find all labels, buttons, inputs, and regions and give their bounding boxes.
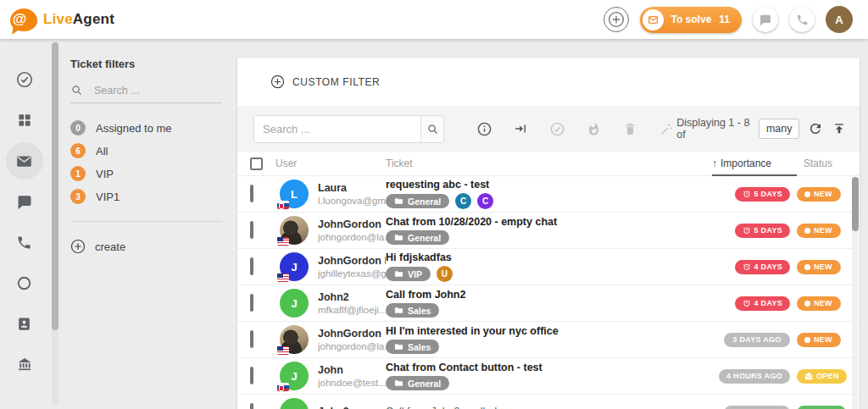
status-label: NEW xyxy=(814,190,832,198)
to-solve-count: 11 xyxy=(719,14,730,25)
create-filter-label: create xyxy=(95,240,125,253)
status-badge: OPEN xyxy=(797,369,847,384)
chat-bubble-icon xyxy=(759,13,772,26)
row-checkbox[interactable] xyxy=(250,185,253,202)
forward-to-bar-icon xyxy=(513,121,528,136)
nav-contacts-button[interactable] xyxy=(6,305,43,342)
ticket-subject[interactable]: Call from John2 xyxy=(386,289,712,301)
spam-button[interactable] xyxy=(583,119,604,139)
dot-icon xyxy=(804,301,810,307)
nav-status-button[interactable] xyxy=(6,264,43,301)
status-label: NEW xyxy=(814,263,832,271)
row-checkbox[interactable] xyxy=(250,330,253,348)
filter-item[interactable]: 1 VIP xyxy=(70,166,222,181)
importance-label: 5 DAYS xyxy=(754,226,783,235)
filters-scrollbar[interactable] xyxy=(48,39,62,409)
logo-at-glyph: @ xyxy=(13,11,27,28)
importance-label: 3 DAYS AGO xyxy=(732,335,781,344)
list-scrollbar[interactable] xyxy=(852,177,859,409)
user-email: johndoe@test.... xyxy=(318,378,386,388)
ticket-subject[interactable]: requesting abc - test xyxy=(386,179,712,191)
filter-item[interactable]: 0 Assigned to me xyxy=(70,120,222,135)
row-checkbox[interactable] xyxy=(250,294,253,312)
avatar: J xyxy=(280,252,309,281)
ticket-subject[interactable]: Chat from 10/28/2020 - empty chat xyxy=(386,216,712,228)
ticket-search-input[interactable] xyxy=(254,116,420,142)
add-new-button[interactable] xyxy=(604,7,629,32)
resolve-forward-button[interactable] xyxy=(510,119,531,139)
ticket-subject[interactable]: Chat from Contact button - test xyxy=(386,362,712,373)
ticket-row[interactable]: J JohnGordon Hi... jghilleytexas@g... Hi… xyxy=(237,249,860,285)
scrollbar-thumb[interactable] xyxy=(52,42,58,330)
search-submit-button[interactable] xyxy=(420,116,443,142)
refresh-button[interactable] xyxy=(807,119,823,138)
ticket-row[interactable]: JohnGordon johngordon@la... HI I'm inter… xyxy=(237,322,860,358)
info-button[interactable] xyxy=(474,119,494,139)
country-flag-icon xyxy=(277,201,289,209)
mark-done-button[interactable] xyxy=(547,119,567,139)
ticket-list-card: CUSTOM FILTER Displaying 1 - 8 of xyxy=(237,58,860,409)
ticket-row[interactable]: L Laura l.luongova@gm... requesting abc … xyxy=(237,176,860,213)
status-badge: NEW xyxy=(797,333,841,347)
table-header: User Ticket ↑Importance Status xyxy=(237,152,860,176)
select-all-checkbox[interactable] xyxy=(250,158,263,170)
open-envelope-icon xyxy=(804,372,813,380)
country-flag-icon xyxy=(277,274,289,282)
filter-list: 0 Assigned to me 6 All 1 VIP 3 VIP1 xyxy=(70,120,222,204)
user-avatar[interactable]: A xyxy=(826,6,853,33)
ticket-rows: L Laura l.luongova@gm... requesting abc … xyxy=(237,176,860,409)
ticket-row[interactable]: JohnGordon johngordon@la... Chat from 10… xyxy=(237,213,860,249)
custom-filter-button[interactable]: CUSTOM FILTER xyxy=(270,75,380,89)
department-badge: VIP xyxy=(386,267,431,281)
to-solve-button[interactable]: To solve 11 xyxy=(640,7,742,33)
scrollbar-thumb[interactable] xyxy=(852,177,859,231)
ticket-subject[interactable]: Call from John2 - called xyxy=(386,406,712,409)
ticket-subject[interactable]: Hi fdjskadfas xyxy=(386,251,712,263)
filter-item[interactable]: 6 All xyxy=(70,143,222,158)
department-label: VIP xyxy=(408,269,422,279)
ring-icon xyxy=(16,275,32,291)
calls-button[interactable] xyxy=(789,7,815,32)
nav-company-button[interactable] xyxy=(6,345,43,383)
ticket-row[interactable]: J John2 mfkaflf@jfioeji... Call from Joh… xyxy=(237,285,860,322)
count-button[interactable]: many xyxy=(759,119,800,139)
filter-item[interactable]: 3 VIP1 xyxy=(70,189,222,204)
scroll-top-button[interactable] xyxy=(832,119,848,138)
department-badge: General xyxy=(386,194,449,208)
filter-label: VIP1 xyxy=(96,191,120,203)
brand-agent: Agent xyxy=(73,11,114,27)
row-checkbox[interactable] xyxy=(250,367,253,384)
importance-label: 4 DAYS xyxy=(754,299,783,307)
column-user[interactable]: User xyxy=(275,152,386,175)
status-badge: NEW xyxy=(797,224,841,238)
row-checkbox[interactable] xyxy=(250,221,253,239)
liveagent-logo[interactable]: @ LiveAgent xyxy=(10,8,114,31)
department-label: Sales xyxy=(408,342,431,352)
row-checkbox[interactable] xyxy=(250,403,253,409)
column-ticket[interactable]: Ticket xyxy=(386,152,712,175)
folder-icon xyxy=(394,306,403,315)
chats-button[interactable] xyxy=(753,7,778,32)
create-filter-button[interactable]: create xyxy=(70,239,222,254)
nav-dashboard-button[interactable] xyxy=(6,102,43,139)
filters-search-input[interactable] xyxy=(94,85,196,97)
avatar xyxy=(280,216,309,245)
column-status[interactable]: Status xyxy=(797,152,860,175)
department-badge: Sales xyxy=(386,303,439,318)
column-importance[interactable]: ↑Importance xyxy=(712,152,797,176)
automation-button[interactable] xyxy=(656,119,676,139)
nav-chats-button[interactable] xyxy=(6,183,43,220)
tag-badge: C xyxy=(455,193,471,209)
nav-tickets-button[interactable] xyxy=(6,142,43,180)
delete-button[interactable] xyxy=(620,119,640,139)
nav-calls-button[interactable] xyxy=(6,224,43,261)
ticket-row[interactable]: John2 Call from John2 - called xyxy=(237,395,860,409)
nav-resolve-button[interactable] xyxy=(6,61,43,98)
ticket-subject[interactable]: HI I'm interested in your nyc office xyxy=(386,325,712,337)
ticket-row[interactable]: J John johndoe@test.... Chat from Contac… xyxy=(237,358,860,395)
user-name: JohnGordon xyxy=(318,328,386,340)
row-checkbox[interactable] xyxy=(250,257,253,275)
filters-search[interactable] xyxy=(70,84,222,103)
importance-label: 5 DAYS xyxy=(754,190,783,198)
country-flag-icon xyxy=(277,346,289,355)
